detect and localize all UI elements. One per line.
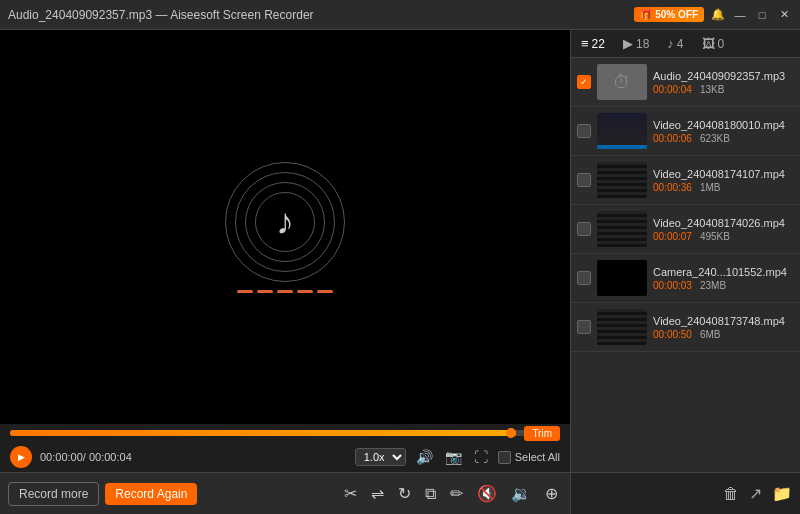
dash-1 bbox=[237, 290, 253, 293]
file-meta: 00:00:06 623KB bbox=[653, 133, 794, 144]
more-icon[interactable]: ⊕ bbox=[541, 484, 562, 503]
dash-3 bbox=[277, 290, 293, 293]
file-duration: 00:00:07 bbox=[653, 231, 692, 242]
list-item[interactable]: Video_240408180010.mp4 00:00:06 623KB bbox=[571, 107, 800, 156]
progress-fill bbox=[10, 430, 516, 436]
delete-icon[interactable]: 🗑 bbox=[723, 485, 739, 503]
playback-row: ▶ 00:00:00/ 00:00:04 1.0x 0.5x 1.5x 2.0x… bbox=[10, 442, 560, 472]
file-thumb bbox=[597, 113, 647, 149]
file-duration: 00:00:50 bbox=[653, 329, 692, 340]
list-item[interactable]: Video_240408173748.mp4 00:00:50 6MB bbox=[571, 303, 800, 352]
tab-audio-count: 4 bbox=[677, 37, 684, 51]
audio-edit-icon[interactable]: 🔉 bbox=[507, 484, 535, 503]
thumb-preview bbox=[597, 113, 647, 149]
copy-icon[interactable]: ⧉ bbox=[421, 485, 440, 503]
file-name: Video_240408173748.mp4 bbox=[653, 315, 794, 327]
close-button[interactable]: ✕ bbox=[776, 7, 792, 23]
left-panel: ♪ Trim ▶ 00:00:00/ 00 bbox=[0, 30, 570, 514]
image-tab-icon: 🖼 bbox=[702, 36, 715, 51]
tab-audio[interactable]: ♪ 4 bbox=[663, 34, 687, 53]
file-checkbox[interactable] bbox=[577, 222, 591, 236]
file-meta: 00:00:36 1MB bbox=[653, 182, 794, 193]
file-duration: 00:00:04 bbox=[653, 84, 692, 95]
file-name: Camera_240...101552.mp4 bbox=[653, 266, 794, 278]
thumb-preview bbox=[597, 309, 647, 345]
adjust-icon[interactable]: ⇌ bbox=[367, 484, 388, 503]
file-meta: 00:00:04 13KB bbox=[653, 84, 794, 95]
file-list[interactable]: ⏱ Audio_240409092357.mp3 00:00:04 13KB bbox=[571, 58, 800, 472]
volume-icon[interactable]: 🔊 bbox=[414, 449, 435, 465]
progress-bar[interactable]: Trim bbox=[10, 430, 560, 436]
file-thumb bbox=[597, 162, 647, 198]
right-panel: ≡ 22 ▶ 18 ♪ 4 🖼 0 ⏱ bbox=[570, 30, 800, 514]
folder-icon[interactable]: 📁 bbox=[772, 484, 792, 503]
list-icon: ≡ bbox=[581, 36, 589, 51]
video-tab-icon: ▶ bbox=[623, 36, 633, 51]
file-thumb bbox=[597, 260, 647, 296]
list-item[interactable]: ⏱ Audio_240409092357.mp3 00:00:04 13KB bbox=[571, 58, 800, 107]
audio-dashes bbox=[237, 290, 333, 293]
promo-badge[interactable]: 🎁 50% OFF bbox=[634, 7, 704, 22]
ripple-container: ♪ bbox=[225, 162, 345, 282]
list-item[interactable]: Camera_240...101552.mp4 00:00:03 23MB bbox=[571, 254, 800, 303]
file-checkbox[interactable] bbox=[577, 124, 591, 138]
gift-icon: 🎁 bbox=[640, 9, 652, 20]
file-info: Video_240408174107.mp4 00:00:36 1MB bbox=[653, 168, 794, 193]
file-checkbox[interactable] bbox=[577, 320, 591, 334]
file-thumb bbox=[597, 211, 647, 247]
file-size: 13KB bbox=[700, 84, 724, 95]
file-checkbox[interactable] bbox=[577, 271, 591, 285]
play-button[interactable]: ▶ bbox=[10, 446, 32, 468]
file-size: 495KB bbox=[700, 231, 730, 242]
select-all-area: Select All bbox=[498, 451, 560, 464]
trim-button[interactable]: Trim bbox=[524, 426, 560, 441]
fullscreen-icon[interactable]: ⛶ bbox=[472, 449, 490, 465]
file-checkbox[interactable] bbox=[577, 75, 591, 89]
list-item[interactable]: Video_240408174107.mp4 00:00:36 1MB bbox=[571, 156, 800, 205]
tab-video-count: 18 bbox=[636, 37, 649, 51]
thumb-preview bbox=[597, 211, 647, 247]
bottom-toolbar: Record more Record Again ✂ ⇌ ↻ ⧉ ✏ 🔇 🔉 ⊕ bbox=[0, 472, 570, 514]
file-thumb: ⏱ bbox=[597, 64, 647, 100]
file-name: Video_240408174026.mp4 bbox=[653, 217, 794, 229]
list-item[interactable]: Video_240408174026.mp4 00:00:07 495KB bbox=[571, 205, 800, 254]
file-checkbox[interactable] bbox=[577, 173, 591, 187]
window-title: Audio_240409092357.mp3 — Aiseesoft Scree… bbox=[8, 8, 314, 22]
edit-icon[interactable]: ✏ bbox=[446, 484, 467, 503]
thumb-preview bbox=[597, 162, 647, 198]
file-size: 6MB bbox=[700, 329, 721, 340]
maximize-button[interactable]: □ bbox=[754, 7, 770, 23]
speed-select[interactable]: 1.0x 0.5x 1.5x 2.0x bbox=[355, 448, 406, 466]
file-info: Audio_240409092357.mp3 00:00:04 13KB bbox=[653, 70, 794, 95]
title-bar: Audio_240409092357.mp3 — Aiseesoft Scree… bbox=[0, 0, 800, 30]
select-all-label[interactable]: Select All bbox=[515, 451, 560, 463]
bell-icon[interactable]: 🔔 bbox=[710, 7, 726, 23]
cut-icon[interactable]: ✂ bbox=[340, 484, 361, 503]
camera-icon[interactable]: 📷 bbox=[443, 449, 464, 465]
music-note-icon: ♪ bbox=[276, 201, 294, 243]
file-name: Video_240408174107.mp4 bbox=[653, 168, 794, 180]
title-bar-left: Audio_240409092357.mp3 — Aiseesoft Scree… bbox=[8, 8, 314, 22]
record-again-button[interactable]: Record Again bbox=[105, 483, 197, 505]
select-all-checkbox[interactable] bbox=[498, 451, 511, 464]
rotate-icon[interactable]: ↻ bbox=[394, 484, 415, 503]
file-info: Video_240408173748.mp4 00:00:50 6MB bbox=[653, 315, 794, 340]
main-layout: ♪ Trim ▶ 00:00:00/ 00 bbox=[0, 30, 800, 514]
tab-image[interactable]: 🖼 0 bbox=[698, 34, 729, 53]
file-meta: 00:00:03 23MB bbox=[653, 280, 794, 291]
progress-thumb bbox=[506, 428, 516, 438]
dash-4 bbox=[297, 290, 313, 293]
record-more-button[interactable]: Record more bbox=[8, 482, 99, 506]
audio-tab-icon: ♪ bbox=[667, 36, 674, 51]
tab-all[interactable]: ≡ 22 bbox=[577, 34, 609, 53]
tab-video[interactable]: ▶ 18 bbox=[619, 34, 653, 53]
file-info: Video_240408174026.mp4 00:00:07 495KB bbox=[653, 217, 794, 242]
dash-2 bbox=[257, 290, 273, 293]
minimize-button[interactable]: — bbox=[732, 7, 748, 23]
file-size: 623KB bbox=[700, 133, 730, 144]
file-thumb bbox=[597, 309, 647, 345]
mute-icon[interactable]: 🔇 bbox=[473, 484, 501, 503]
share-icon[interactable]: ↗ bbox=[749, 484, 762, 503]
time-display: 00:00:00/ 00:00:04 bbox=[40, 451, 132, 463]
file-size: 23MB bbox=[700, 280, 726, 291]
